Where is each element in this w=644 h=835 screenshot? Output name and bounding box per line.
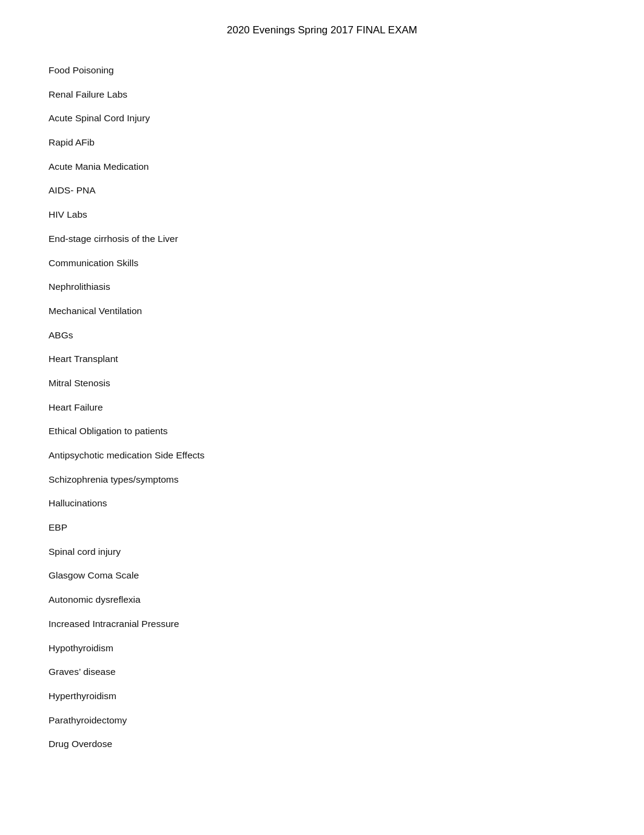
list-item: Rapid AFib bbox=[49, 130, 595, 155]
list-item: Heart Transplant bbox=[49, 347, 595, 371]
list-item: Spinal cord injury bbox=[49, 540, 595, 564]
list-item: Hypothyroidism bbox=[49, 636, 595, 660]
list-item: Ethical Obligation to patients bbox=[49, 419, 595, 443]
list-item: End-stage cirrhosis of the Liver bbox=[49, 227, 595, 251]
list-item: Acute Mania Medication bbox=[49, 155, 595, 179]
list-item: Antipsychotic medication Side Effects bbox=[49, 443, 595, 468]
list-item: Acute Spinal Cord Injury bbox=[49, 106, 595, 130]
page-title: 2020 Evenings Spring 2017 FINAL EXAM bbox=[49, 24, 595, 36]
topic-list: Food PoisoningRenal Failure LabsAcute Sp… bbox=[49, 58, 595, 756]
list-item: Hallucinations bbox=[49, 491, 595, 515]
list-item: Schizophrenia types/symptoms bbox=[49, 468, 595, 492]
list-item: Parathyroidectomy bbox=[49, 708, 595, 733]
list-item: Mechanical Ventilation bbox=[49, 299, 595, 323]
list-item: Graves’ disease bbox=[49, 660, 595, 684]
list-item: Mitral Stenosis bbox=[49, 371, 595, 395]
list-item: ABGs bbox=[49, 323, 595, 347]
list-item: Heart Failure bbox=[49, 395, 595, 420]
list-item: HIV Labs bbox=[49, 203, 595, 227]
list-item: Renal Failure Labs bbox=[49, 82, 595, 107]
list-item: Nephrolithiasis bbox=[49, 275, 595, 299]
list-item: Drug Overdose bbox=[49, 732, 595, 756]
list-item: Increased Intracranial Pressure bbox=[49, 612, 595, 636]
list-item: EBP bbox=[49, 515, 595, 540]
list-item: Autonomic dysreflexia bbox=[49, 588, 595, 612]
list-item: Hyperthyroidism bbox=[49, 684, 595, 708]
list-item: Food Poisoning bbox=[49, 58, 595, 82]
page-container: 2020 Evenings Spring 2017 FINAL EXAM Foo… bbox=[0, 0, 644, 793]
list-item: Glasgow Coma Scale bbox=[49, 563, 595, 588]
list-item: Communication Skills bbox=[49, 251, 595, 275]
list-item: AIDS- PNA bbox=[49, 178, 595, 203]
